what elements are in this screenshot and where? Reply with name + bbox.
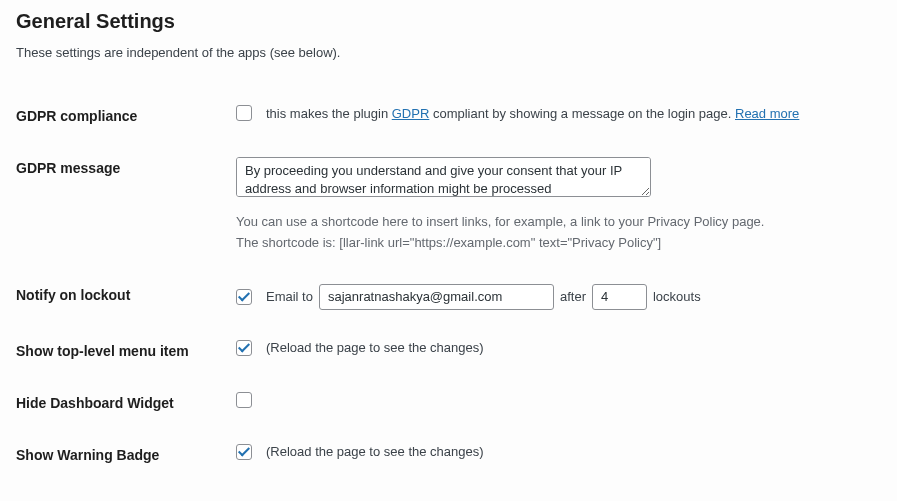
gdpr-hint-line1: You can use a shortcode here to insert l… — [236, 212, 871, 233]
gdpr-message-label: GDPR message — [16, 142, 236, 269]
show-top-menu-checkbox[interactable] — [236, 340, 252, 356]
gdpr-compliance-label: GDPR compliance — [16, 90, 236, 142]
show-top-menu-note: (Reload the page to see the changes) — [266, 340, 484, 355]
notify-email-input[interactable] — [319, 284, 554, 310]
hide-dashboard-label: Hide Dashboard Widget — [16, 377, 236, 429]
show-warning-badge-note: (Reload the page to see the changes) — [266, 444, 484, 459]
gdpr-readmore-link[interactable]: Read more — [735, 106, 799, 121]
show-top-menu-label: Show top-level menu item — [16, 325, 236, 377]
settings-form-table: GDPR compliance this makes the plugin GD… — [16, 90, 881, 481]
section-description: These settings are independent of the ap… — [16, 45, 881, 60]
section-title: General Settings — [16, 10, 881, 33]
email-to-label: Email to — [266, 289, 313, 304]
gdpr-link[interactable]: GDPR — [392, 106, 430, 121]
after-label: after — [560, 289, 586, 304]
gdpr-compliance-text: this makes the plugin — [266, 106, 392, 121]
show-warning-badge-checkbox[interactable] — [236, 444, 252, 460]
notify-lockout-checkbox[interactable] — [236, 289, 252, 305]
gdpr-message-textarea[interactable]: By proceeding you understand and give yo… — [236, 157, 651, 197]
gdpr-compliance-text-2: compliant by showing a message on the lo… — [429, 106, 735, 121]
show-warning-badge-label: Show Warning Badge — [16, 429, 236, 481]
gdpr-hint-line2: The shortcode is: [llar-link url="https:… — [236, 233, 871, 254]
notify-lockouts-count-input[interactable] — [592, 284, 647, 310]
gdpr-compliance-checkbox[interactable] — [236, 105, 252, 121]
notify-lockout-label: Notify on lockout — [16, 269, 236, 325]
lockouts-label: lockouts — [653, 289, 701, 304]
gdpr-message-hint: You can use a shortcode here to insert l… — [236, 212, 871, 254]
hide-dashboard-checkbox[interactable] — [236, 392, 252, 408]
